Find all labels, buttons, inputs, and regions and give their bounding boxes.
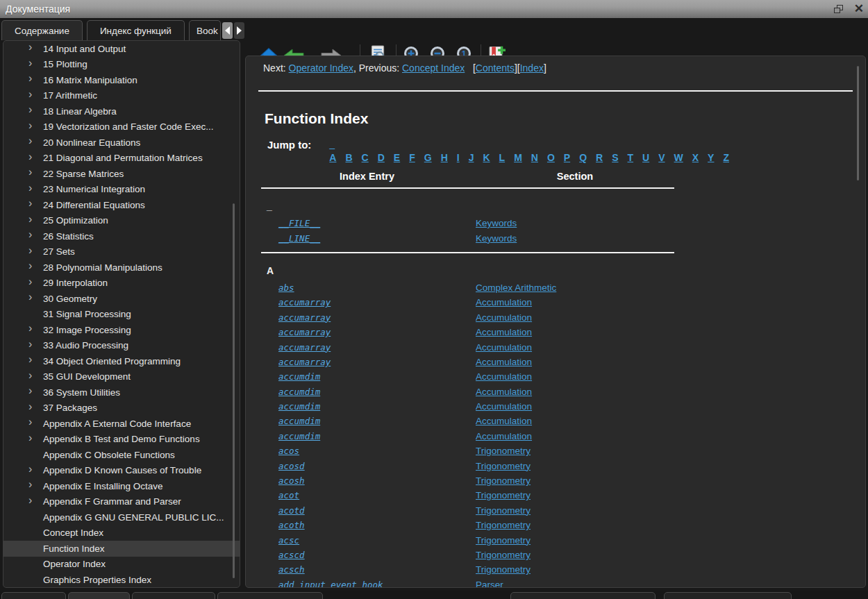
function-link[interactable]: accumdim <box>258 431 476 441</box>
nav-index-link[interactable]: Index <box>520 62 544 74</box>
sidebar-item[interactable]: ›21 Diagonal and Permutation Matrices <box>3 151 240 167</box>
section-link[interactable]: Trigonometry <box>476 490 531 500</box>
chevron-right-icon[interactable]: › <box>28 339 38 349</box>
section-link[interactable]: Accumulation <box>476 312 532 323</box>
sidebar-item[interactable]: Operator Index <box>3 557 240 573</box>
sidebar-item[interactable]: ›23 Numerical Integration <box>3 182 240 198</box>
sidebar-item[interactable]: ›22 Sparse Matrices <box>3 166 240 182</box>
jump-underscore-link[interactable]: _ <box>329 139 729 150</box>
chevron-right-icon[interactable]: › <box>28 417 38 427</box>
jump-letter-link[interactable]: G <box>424 152 432 163</box>
sidebar-item[interactable]: ›24 Differential Equations <box>3 197 240 213</box>
section-link[interactable]: Keywords <box>476 233 517 244</box>
jump-letter-link[interactable]: U <box>642 152 649 163</box>
chevron-right-icon[interactable]: › <box>28 58 38 68</box>
jump-letter-link[interactable]: O <box>547 152 555 163</box>
chevron-right-icon[interactable]: › <box>28 214 38 224</box>
section-link[interactable]: Trigonometry <box>476 446 531 456</box>
nav-contents-link[interactable]: Contents <box>476 62 515 74</box>
background-tab[interactable] <box>68 592 130 599</box>
function-link[interactable]: acosd <box>258 461 476 471</box>
section-link[interactable]: Accumulation <box>476 327 532 337</box>
chevron-right-icon[interactable]: › <box>28 105 38 115</box>
jump-letter-link[interactable]: I <box>457 152 460 163</box>
section-link[interactable]: Trigonometry <box>476 505 531 516</box>
function-link[interactable]: __LINE__ <box>258 233 476 244</box>
background-tab[interactable] <box>664 592 792 599</box>
section-link[interactable]: Accumulation <box>476 371 532 382</box>
sidebar-item[interactable]: ›26 Statistics <box>3 228 240 244</box>
section-link[interactable]: Trigonometry <box>476 550 531 560</box>
chevron-right-icon[interactable]: › <box>28 199 38 208</box>
sidebar-item[interactable]: Function Index <box>3 541 240 557</box>
section-link[interactable]: Trigonometry <box>476 564 531 575</box>
section-link[interactable]: Trigonometry <box>476 461 531 471</box>
chevron-right-icon[interactable]: › <box>28 402 38 412</box>
function-link[interactable]: accumarray <box>258 327 476 337</box>
chevron-right-icon[interactable]: › <box>28 230 38 239</box>
tab-contents[interactable]: Содержание <box>1 20 83 40</box>
sidebar-item[interactable]: 31 Signal Processing <box>3 307 240 323</box>
jump-letter-link[interactable]: K <box>483 152 490 163</box>
sidebar-item[interactable]: ›16 Matrix Manipulation <box>3 72 240 88</box>
section-link[interactable]: Trigonometry <box>476 475 531 486</box>
restore-icon[interactable] <box>834 5 843 13</box>
chevron-right-icon[interactable]: › <box>28 480 38 489</box>
chevron-right-icon[interactable]: › <box>28 464 38 474</box>
sidebar-item[interactable]: ›32 Image Processing <box>3 322 240 338</box>
chevron-right-icon[interactable]: › <box>28 152 38 162</box>
background-tab[interactable] <box>1 592 66 599</box>
function-link[interactable]: accumarray <box>258 357 476 367</box>
chevron-right-icon[interactable]: › <box>28 183 38 193</box>
background-tab[interactable] <box>217 592 323 599</box>
sidebar-item[interactable]: ›37 Packages <box>3 400 240 416</box>
function-link[interactable]: accumarray <box>258 297 476 307</box>
nav-next-link[interactable]: Operator Index <box>289 62 353 74</box>
tab-scroll-left-button[interactable] <box>222 22 233 39</box>
jump-letter-link[interactable]: Q <box>579 152 587 163</box>
jump-letter-link[interactable]: T <box>628 152 634 163</box>
background-tab[interactable] <box>510 592 656 599</box>
sidebar-item[interactable]: ›36 System Utilities <box>3 385 240 400</box>
chevron-right-icon[interactable]: › <box>28 496 38 505</box>
section-link[interactable]: Accumulation <box>476 416 532 426</box>
tab-function-index[interactable]: Индекс функций <box>87 20 185 40</box>
section-link[interactable]: Complex Arithmetic <box>476 282 556 293</box>
function-link[interactable]: add_input_event_hook <box>258 580 476 588</box>
chevron-right-icon[interactable]: › <box>28 386 38 396</box>
sidebar-item[interactable]: ›19 Vectorization and Faster Code Exec..… <box>3 119 240 135</box>
chevron-right-icon[interactable]: › <box>28 42 38 52</box>
section-link[interactable]: Trigonometry <box>476 535 531 546</box>
jump-letter-link[interactable]: E <box>394 152 400 163</box>
section-link[interactable]: Accumulation <box>476 431 532 441</box>
sidebar-item[interactable]: ›Appendix B Test and Demo Functions <box>3 432 240 448</box>
section-link[interactable]: Parser <box>476 580 503 588</box>
jump-letter-link[interactable]: B <box>345 152 352 163</box>
sidebar-item[interactable]: ›18 Linear Algebra <box>3 103 240 119</box>
jump-letter-link[interactable]: R <box>596 152 603 163</box>
tab-scroll-right-button[interactable] <box>234 22 244 39</box>
tab-book-truncated[interactable]: Book <box>189 20 221 40</box>
chevron-right-icon[interactable]: › <box>28 136 38 146</box>
jump-letter-link[interactable]: F <box>409 152 415 163</box>
section-link[interactable]: Accumulation <box>476 357 532 367</box>
jump-letter-link[interactable]: W <box>674 152 683 163</box>
chevron-right-icon[interactable]: › <box>28 292 38 302</box>
jump-letter-link[interactable]: H <box>441 152 448 163</box>
close-icon[interactable]: ✕ <box>854 0 864 18</box>
function-link[interactable]: acoth <box>258 520 476 530</box>
jump-letter-link[interactable]: Z <box>723 152 729 163</box>
sidebar-item[interactable]: ›14 Input and Output <box>3 41 240 57</box>
section-link[interactable]: Accumulation <box>476 297 532 307</box>
chevron-right-icon[interactable]: › <box>28 121 38 130</box>
chevron-right-icon[interactable]: › <box>28 433 38 443</box>
jump-letter-link[interactable]: M <box>514 152 522 163</box>
jump-letter-link[interactable]: X <box>692 152 699 163</box>
function-link[interactable]: acos <box>258 446 476 456</box>
function-link[interactable]: acot <box>258 490 476 500</box>
chevron-right-icon[interactable]: › <box>28 261 38 271</box>
function-link[interactable]: acscd <box>258 550 476 560</box>
sidebar-item[interactable]: ›Appendix E Installing Octave <box>3 478 240 494</box>
sidebar-item[interactable]: ›17 Arithmetic <box>3 88 240 104</box>
chevron-right-icon[interactable]: › <box>28 90 38 99</box>
